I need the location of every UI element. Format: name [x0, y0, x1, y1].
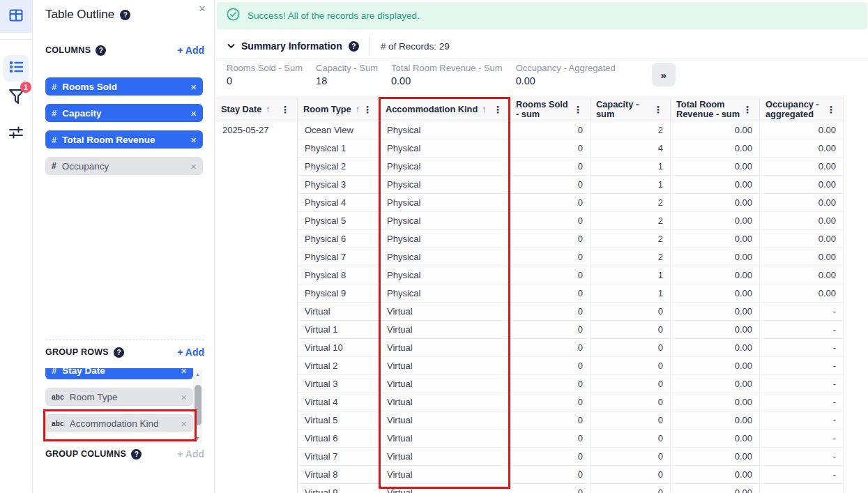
cell-room_type[interactable]: Physical 8 [298, 266, 380, 284]
cell-rooms_sold_sum[interactable]: 0 [510, 176, 591, 193]
cell-accommodation_kind[interactable]: Virtual [380, 357, 510, 374]
cell-total_room_revenue_sum[interactable]: 0.00 [671, 121, 760, 139]
cell-capacity_sum[interactable]: 0 [591, 357, 671, 374]
table-row[interactable]: Physical 5Physical020.000.00 [298, 212, 844, 230]
group-row-pill-accommodation-kind[interactable]: abc Accommodation Kind × [45, 414, 193, 432]
cell-occupancy_aggregated[interactable]: - [760, 466, 844, 483]
table-row[interactable]: Virtual 10Virtual000.00- [298, 339, 844, 357]
cell-rooms_sold_sum[interactable]: 0 [510, 411, 591, 429]
cell-rooms_sold_sum[interactable]: 0 [510, 375, 591, 393]
cell-room_type[interactable]: Physical 3 [298, 176, 380, 193]
cell-room_type[interactable]: Virtual 9 [298, 484, 380, 493]
cell-capacity_sum[interactable]: 0 [591, 375, 671, 393]
scroll-down-icon[interactable]: ▼ [193, 434, 202, 442]
group-rows-scrollbar[interactable]: ▲ ▼ [193, 370, 202, 442]
cell-capacity_sum[interactable]: 1 [591, 158, 671, 175]
remove-pill-icon[interactable]: × [190, 135, 197, 145]
table-row[interactable]: Physical 7Physical020.000.00 [298, 248, 844, 266]
cell-occupancy_aggregated[interactable]: - [760, 430, 844, 447]
cell-accommodation_kind[interactable]: Physical [380, 158, 510, 175]
cell-occupancy_aggregated[interactable]: - [760, 393, 844, 411]
cell-capacity_sum[interactable]: 1 [591, 266, 671, 284]
column-header-capacity-sum[interactable]: Capacity - sum ⋮ [591, 98, 671, 121]
column-menu-icon[interactable]: ⋮ [825, 104, 837, 115]
cell-total_room_revenue_sum[interactable]: 0.00 [671, 393, 760, 411]
help-icon[interactable]: ? [349, 41, 359, 52]
cell-total_room_revenue_sum[interactable]: 0.00 [671, 321, 760, 338]
table-view-button[interactable] [0, 0, 32, 33]
column-pill-occupancy[interactable]: # Occupancy × [45, 157, 203, 175]
chevron-down-icon[interactable] [227, 43, 235, 49]
expand-stats-button[interactable]: » [652, 63, 676, 86]
cell-accommodation_kind[interactable]: Virtual [380, 466, 510, 483]
cell-occupancy_aggregated[interactable]: 0.00 [760, 248, 844, 266]
cell-total_room_revenue_sum[interactable]: 0.00 [671, 139, 760, 157]
cell-capacity_sum[interactable]: 0 [591, 339, 671, 356]
cell-occupancy_aggregated[interactable]: - [760, 448, 844, 465]
cell-accommodation_kind[interactable]: Physical [380, 194, 510, 211]
cell-room_type[interactable]: Virtual 2 [298, 357, 380, 374]
cell-accommodation_kind[interactable]: Virtual [380, 448, 510, 465]
remove-pill-icon[interactable]: × [190, 161, 197, 172]
cell-accommodation_kind[interactable]: Virtual [380, 303, 510, 320]
cell-total_room_revenue_sum[interactable]: 0.00 [671, 375, 760, 393]
cell-room_type[interactable]: Virtual 5 [298, 411, 380, 429]
table-row[interactable]: Virtual 3Virtual000.00- [298, 375, 844, 393]
table-row[interactable]: Physical 9Physical010.000.00 [298, 285, 844, 303]
stay-date-group-cell[interactable]: 2025-05-27 [215, 121, 298, 493]
cell-rooms_sold_sum[interactable]: 0 [510, 139, 591, 157]
cell-capacity_sum[interactable]: 2 [591, 194, 671, 211]
cell-accommodation_kind[interactable]: Virtual [380, 393, 510, 411]
cell-total_room_revenue_sum[interactable]: 0.00 [671, 194, 760, 211]
cell-total_room_revenue_sum[interactable]: 0.00 [671, 230, 760, 248]
cell-occupancy_aggregated[interactable]: - [760, 357, 844, 374]
cell-occupancy_aggregated[interactable]: - [760, 339, 844, 356]
cell-accommodation_kind[interactable]: Physical [380, 139, 510, 157]
cell-accommodation_kind[interactable]: Virtual [380, 484, 510, 493]
cell-total_room_revenue_sum[interactable]: 0.00 [671, 248, 760, 266]
cell-total_room_revenue_sum[interactable]: 0.00 [671, 176, 760, 193]
help-icon[interactable]: ? [114, 347, 124, 358]
cell-room_type[interactable]: Virtual 3 [298, 375, 380, 393]
cell-capacity_sum[interactable]: 2 [591, 121, 671, 139]
column-menu-icon[interactable]: ⋮ [652, 104, 664, 115]
cell-accommodation_kind[interactable]: Physical [380, 212, 510, 229]
cell-accommodation_kind[interactable]: Virtual [380, 430, 510, 447]
table-row[interactable]: Virtual 7Virtual000.00- [298, 448, 844, 466]
cell-accommodation_kind[interactable]: Virtual [380, 411, 510, 429]
table-row[interactable]: Virtual 5Virtual000.00- [298, 411, 844, 430]
table-row[interactable]: Virtual 6Virtual000.00- [298, 430, 844, 448]
remove-pill-icon[interactable]: × [181, 418, 187, 429]
column-header-total-room-revenue-sum[interactable]: Total Room Revenue - sum ⋮ [671, 98, 760, 121]
table-row[interactable]: Virtual 2Virtual000.00- [298, 357, 844, 375]
cell-accommodation_kind[interactable]: Virtual [380, 339, 510, 356]
help-icon[interactable]: ? [120, 10, 130, 20]
cell-capacity_sum[interactable]: 0 [591, 484, 671, 493]
cell-room_type[interactable]: Ocean View [298, 121, 380, 139]
cell-room_type[interactable]: Physical 5 [298, 212, 380, 229]
cell-occupancy_aggregated[interactable]: - [760, 375, 844, 393]
cell-rooms_sold_sum[interactable]: 0 [510, 339, 591, 356]
table-row[interactable]: Physical 6Physical020.000.00 [298, 230, 844, 248]
cell-accommodation_kind[interactable]: Physical [380, 230, 510, 248]
scrollbar-thumb[interactable] [195, 385, 201, 425]
cell-occupancy_aggregated[interactable]: 0.00 [760, 266, 844, 284]
cell-room_type[interactable]: Virtual 4 [298, 393, 380, 411]
cell-accommodation_kind[interactable]: Physical [380, 285, 510, 302]
table-row[interactable]: Virtual 9Virtual000.00- [298, 484, 844, 493]
cell-capacity_sum[interactable]: 2 [591, 230, 671, 248]
cell-room_type[interactable]: Physical 4 [298, 194, 380, 211]
cell-capacity_sum[interactable]: 4 [591, 139, 671, 157]
scroll-up-icon[interactable]: ▲ [193, 370, 202, 378]
cell-rooms_sold_sum[interactable]: 0 [510, 121, 591, 139]
cell-total_room_revenue_sum[interactable]: 0.00 [671, 285, 760, 302]
cell-capacity_sum[interactable]: 1 [591, 285, 671, 302]
table-row[interactable]: Physical 1Physical040.000.00 [298, 139, 844, 158]
add-group-row-button[interactable]: + Add [177, 347, 204, 358]
cell-capacity_sum[interactable]: 0 [591, 411, 671, 429]
cell-occupancy_aggregated[interactable]: 0.00 [760, 194, 844, 211]
cell-occupancy_aggregated[interactable]: 0.00 [760, 139, 844, 157]
cell-occupancy_aggregated[interactable]: 0.00 [760, 212, 844, 229]
column-menu-icon[interactable]: ⋮ [492, 104, 504, 115]
table-outline-button[interactable] [3, 55, 29, 82]
